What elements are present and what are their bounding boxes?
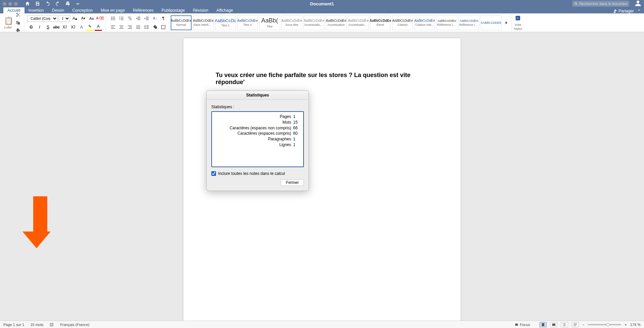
style-more[interactable]: AABBCCDDEE (481, 15, 501, 30)
svg-text:3: 3 (119, 19, 120, 20)
web-layout-view-icon[interactable] (550, 322, 557, 327)
cut-icon[interactable] (14, 11, 22, 18)
tab-affichage[interactable]: Affichage (212, 7, 237, 13)
justify-icon[interactable] (135, 23, 142, 31)
svg-rect-17 (111, 28, 115, 28)
outdent-icon[interactable] (135, 15, 142, 22)
close-window-icon[interactable] (3, 2, 6, 6)
sort-icon[interactable]: A↓ (151, 15, 159, 22)
status-language[interactable]: Français (France) (60, 323, 90, 327)
maximize-window-icon[interactable] (14, 2, 18, 6)
minimize-window-icon[interactable] (8, 2, 12, 6)
style-accentuation-3[interactable]: AaBbCcDdEeAccentuation... (348, 15, 369, 30)
search-input[interactable] (579, 2, 627, 6)
status-page[interactable]: Page 1 sur 1 (3, 323, 24, 327)
svg-rect-11 (121, 19, 123, 20)
style-accentuation-2[interactable]: AaBbCcDdEeAccentuation (326, 15, 346, 30)
svg-rect-19 (120, 27, 123, 27)
style-reference-legere[interactable]: AaBbCcDdEeRéférence lé... (436, 15, 457, 30)
zoom-out-button[interactable]: − (582, 323, 584, 327)
paste-icon[interactable]: 📋 (4, 16, 13, 25)
include-notes-checkbox[interactable] (211, 171, 216, 176)
undo-icon[interactable] (44, 0, 51, 7)
style-sans-interligne[interactable]: AaBbCcDdEeSans interligne (193, 15, 214, 30)
style-citation[interactable]: AaBbCcDdEeCitation (392, 15, 413, 30)
bold-button[interactable]: G (28, 23, 35, 31)
print-icon[interactable] (64, 0, 71, 7)
collapse-ribbon-icon[interactable] (637, 8, 641, 13)
qat-customize-icon[interactable] (74, 0, 82, 7)
tab-revision[interactable]: Révision (189, 7, 212, 13)
save-icon[interactable] (34, 0, 41, 7)
borders-icon[interactable] (160, 23, 167, 31)
numbering-icon[interactable]: 123 (118, 15, 125, 22)
grow-font-icon[interactable]: A▴ (71, 15, 78, 22)
redo-icon[interactable] (54, 0, 61, 7)
traffic-lights (3, 2, 18, 6)
align-center-icon[interactable] (118, 23, 125, 31)
clear-format-icon[interactable]: A⌫ (96, 15, 104, 22)
svg-rect-16 (111, 27, 114, 27)
align-left-icon[interactable] (109, 23, 117, 31)
zoom-level[interactable]: 174 % (630, 323, 641, 327)
line-spacing-icon[interactable] (143, 23, 150, 31)
style-titre-2[interactable]: AaBbCcDdEeTitre 2 (237, 15, 258, 30)
indent-icon[interactable] (143, 15, 150, 22)
tab-dessin[interactable]: Dessin (48, 7, 68, 13)
superscript-button[interactable]: X2 (69, 23, 77, 31)
include-notes-row[interactable]: Inclure toutes les notes dans le calcul (211, 171, 304, 176)
font-color-icon[interactable]: A (95, 23, 102, 31)
style-citation-intense[interactable]: AaBbCcDdEeCitation inte... (414, 15, 435, 30)
style-normal[interactable]: AaBbCcDdEeNormal (171, 15, 192, 30)
style-accentuation-1[interactable]: AaBbCcDdEeAccentuation... (304, 15, 324, 30)
style-titre[interactable]: AaBb(Titre (259, 15, 280, 30)
shading-icon[interactable] (151, 23, 159, 31)
zoom-in-button[interactable]: + (625, 323, 627, 327)
status-word-count[interactable]: 15 mots (30, 323, 43, 327)
style-reference-intense[interactable]: AaBbCcDdEeRéférence in... (459, 15, 479, 30)
highlight-icon[interactable]: ✎ (86, 23, 94, 31)
styles-expand-icon[interactable] (503, 19, 510, 26)
tab-conception[interactable]: Conception (68, 7, 97, 13)
strikethrough-button[interactable]: abc (53, 23, 60, 31)
focus-mode-button[interactable]: Focus (515, 323, 530, 327)
copy-icon[interactable] (14, 19, 22, 26)
close-dialog-button[interactable]: Fermer (281, 179, 304, 186)
subscript-button[interactable]: X2 (61, 23, 68, 31)
tab-mise-en-page[interactable]: Mise en page (97, 7, 129, 13)
styles-pane-button[interactable]: A Volet Styles (512, 15, 524, 30)
align-right-icon[interactable] (126, 23, 133, 31)
zoom-slider-thumb[interactable] (606, 323, 609, 326)
italic-button[interactable]: I (36, 23, 43, 31)
underline-button[interactable]: S (44, 23, 52, 31)
zoom-slider[interactable] (588, 324, 621, 325)
style-sous-titre[interactable]: AaBbCcDdEeSous-titre (281, 15, 302, 30)
home-icon[interactable] (24, 0, 31, 7)
svg-rect-39 (574, 324, 577, 325)
text-effects-icon[interactable]: A (78, 23, 85, 31)
tab-references[interactable]: Références (129, 7, 157, 13)
print-layout-view-icon[interactable] (539, 322, 547, 327)
outline-view-icon[interactable] (561, 322, 568, 327)
show-marks-icon[interactable]: ¶ (160, 15, 167, 22)
quick-access-toolbar (24, 0, 82, 7)
change-case-icon[interactable]: Aa (88, 15, 95, 22)
tab-publipostage[interactable]: Publipostage (158, 7, 189, 13)
document-workspace[interactable]: Tu veux créer une fiche parfaite sur les… (0, 32, 644, 321)
multilevel-list-icon[interactable] (126, 15, 133, 22)
status-spellcheck-icon[interactable] (50, 322, 54, 327)
font-size-select[interactable]: 12 (59, 15, 70, 22)
shrink-font-icon[interactable]: A▾ (79, 15, 87, 22)
share-button[interactable]: Partager (613, 9, 634, 13)
document-text-content[interactable]: Tu veux créer une fiche parfaite sur les… (216, 72, 428, 86)
draft-view-icon[interactable] (572, 322, 579, 327)
style-eleve[interactable]: AaBbCcDdEeÉlevé (370, 15, 391, 30)
search-box[interactable] (572, 1, 629, 7)
tab-insertion[interactable]: Insertion (24, 7, 48, 13)
styles-gallery[interactable]: AaBbCcDdEeNormal AaBbCcDdEeSans interlig… (171, 15, 510, 30)
font-name-select[interactable]: Calibri (Corps) (28, 15, 58, 22)
style-titre-1[interactable]: AaBbCcDcTitre 1 (215, 15, 236, 30)
bullets-icon[interactable] (109, 15, 117, 22)
stat-pages-label: Pages (215, 114, 291, 120)
user-icon[interactable] (635, 0, 641, 8)
